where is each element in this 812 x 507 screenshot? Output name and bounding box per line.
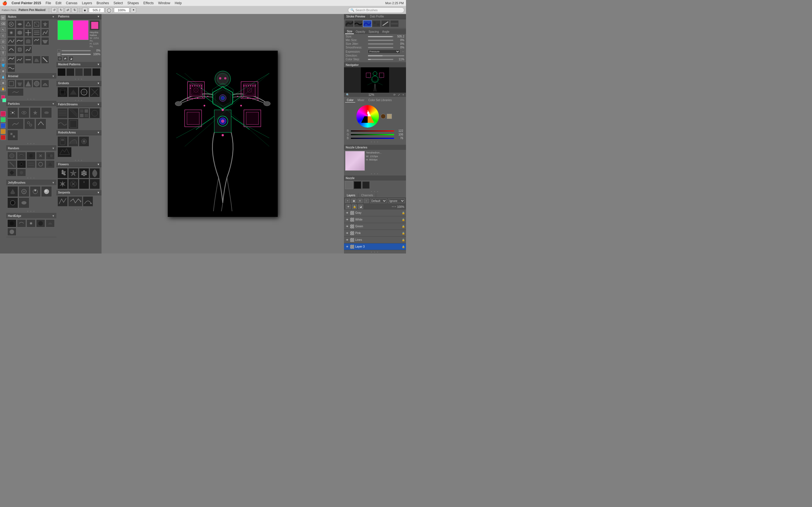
- flip-h-button[interactable]: ⇄: [65, 7, 70, 13]
- shape-tool[interactable]: △: [1, 57, 6, 62]
- nozzle-header[interactable]: Nozzle: [344, 175, 406, 180]
- masked-thumb-4[interactable]: [84, 68, 92, 76]
- layer-gray[interactable]: 👁 Gray 🔒: [344, 210, 406, 216]
- r-slider[interactable]: [351, 130, 394, 131]
- layer-white-lock[interactable]: 🔒: [402, 218, 405, 221]
- nav-fit-button[interactable]: ⤢: [397, 93, 401, 96]
- hand-tool[interactable]: ✋: [1, 86, 6, 91]
- pattern-icon-3[interactable]: ◪: [69, 56, 73, 61]
- color-tool-2[interactable]: [1, 117, 6, 122]
- robotic-3[interactable]: [79, 136, 89, 147]
- flower-1[interactable]: [57, 168, 68, 178]
- size-jitter-slider[interactable]: [368, 43, 393, 45]
- flowers-expand[interactable]: ▼: [97, 163, 100, 166]
- size-input[interactable]: [89, 8, 104, 13]
- size-slider[interactable]: [368, 36, 393, 37]
- g-slider[interactable]: [351, 134, 394, 135]
- menu-file[interactable]: File: [46, 1, 51, 5]
- brush-random-2[interactable]: [17, 152, 26, 160]
- flower-8[interactable]: [90, 179, 100, 189]
- crop-tool[interactable]: ⊡: [1, 39, 6, 44]
- layer-new-btn[interactable]: +: [345, 199, 350, 203]
- brush-nuke-11[interactable]: [7, 37, 15, 45]
- smoothness-slider[interactable]: [368, 47, 393, 48]
- layer-pink[interactable]: 👁 Pink 🔒: [344, 230, 406, 237]
- layer-white-eye[interactable]: 👁: [345, 218, 349, 222]
- fabric-6[interactable]: [68, 119, 79, 129]
- min-size-slider[interactable]: [368, 40, 393, 41]
- tab-spacing[interactable]: Spacing: [367, 29, 380, 34]
- brush-nuke-23[interactable]: [41, 56, 49, 64]
- brush-particle-5[interactable]: [7, 119, 24, 129]
- swatch-dark[interactable]: [380, 114, 386, 119]
- jelly-header[interactable]: JellyBrushes ▼: [6, 180, 56, 185]
- brush-random-9[interactable]: [36, 160, 45, 168]
- brush-jelly-3[interactable]: [30, 186, 41, 197]
- robotic-4[interactable]: [57, 147, 71, 157]
- fabric-4[interactable]: [90, 108, 100, 118]
- eyedropper-tool[interactable]: 💧: [1, 74, 6, 79]
- arsenal-expand[interactable]: ▼: [52, 75, 55, 78]
- brush-random-6[interactable]: [7, 160, 16, 168]
- brush-nuke-16[interactable]: [7, 46, 15, 54]
- flower-4[interactable]: [90, 168, 100, 178]
- tab-opacity[interactable]: Opacity: [354, 29, 367, 34]
- layer-group-btn[interactable]: ▣: [351, 199, 356, 203]
- direction-slider[interactable]: [368, 55, 404, 56]
- flower-5[interactable]: [57, 179, 68, 189]
- brush-jelly-6[interactable]: [18, 198, 29, 208]
- brush-random-1[interactable]: [7, 152, 16, 160]
- grobot-3[interactable]: [79, 87, 89, 97]
- tab-size[interactable]: Size: [345, 29, 354, 34]
- transform-tool[interactable]: ⤡: [1, 45, 6, 50]
- random-header[interactable]: Random ▼: [6, 146, 56, 151]
- opacity-input[interactable]: [114, 8, 130, 13]
- nukes-expand[interactable]: ▼: [52, 15, 55, 18]
- rotate-right-button[interactable]: ↻: [58, 7, 64, 13]
- menu-help[interactable]: Help: [175, 1, 182, 5]
- hardedge-header[interactable]: HardEdge ▼: [6, 213, 56, 218]
- bucket-tool[interactable]: 🪣: [1, 62, 6, 68]
- grobots-header[interactable]: Grobots ▼: [56, 81, 101, 86]
- swatch-light[interactable]: [387, 114, 392, 119]
- brush-particle-4[interactable]: [41, 107, 52, 118]
- brush-nuke-9[interactable]: [33, 29, 41, 37]
- pattern-grain-slider[interactable]: [61, 54, 91, 55]
- brush-nuke-8[interactable]: [24, 29, 32, 37]
- layer-gray-lock[interactable]: 🔒: [402, 212, 405, 214]
- brush-hard-2[interactable]: [17, 219, 26, 227]
- layer-3-eye[interactable]: 👁: [345, 245, 349, 249]
- stroke-4[interactable]: [372, 20, 380, 27]
- brush-arsenal-4[interactable]: [33, 80, 41, 88]
- search-brushes-bar[interactable]: 🔍 Search Brushes: [348, 7, 404, 13]
- robotic-expand[interactable]: ▼: [97, 131, 100, 134]
- menu-shapes[interactable]: Shapes: [128, 1, 139, 5]
- grobot-1[interactable]: [57, 87, 68, 97]
- tab-layers[interactable]: Layers: [344, 193, 358, 198]
- brush-jelly-2[interactable]: [18, 186, 29, 197]
- lasso-tool[interactable]: ⊂: [1, 33, 6, 38]
- particles-expand[interactable]: ▼: [52, 102, 55, 105]
- flower-2[interactable]: [68, 168, 79, 178]
- stroke-2[interactable]: [354, 20, 363, 27]
- color-tab-mixer[interactable]: Mixer: [356, 98, 366, 103]
- brush-arsenal-2[interactable]: [16, 80, 24, 88]
- brush-nuke-7[interactable]: [16, 29, 24, 37]
- nozzle-thumb-1[interactable]: [345, 181, 353, 189]
- fabric-3[interactable]: [79, 108, 89, 118]
- color-tool-5[interactable]: [1, 135, 6, 140]
- nozzle-thumb-2[interactable]: [354, 181, 361, 189]
- brush-jelly-1[interactable]: [7, 186, 18, 197]
- layer-green-eye[interactable]: 👁: [345, 224, 349, 228]
- flower-3[interactable]: [79, 168, 89, 178]
- text-tool[interactable]: T: [1, 51, 6, 56]
- robotic-1[interactable]: [57, 136, 68, 147]
- robotic-2[interactable]: [68, 136, 79, 147]
- dab-profile-tab[interactable]: Dab Profile: [368, 14, 386, 19]
- select-tool[interactable]: ↖: [1, 27, 6, 32]
- background-color[interactable]: [2, 98, 6, 102]
- grobot-4[interactable]: [90, 87, 100, 97]
- brush-jelly-4[interactable]: [41, 186, 52, 197]
- brush-particle-6[interactable]: [24, 119, 35, 129]
- canvas-artwork[interactable]: [168, 51, 278, 217]
